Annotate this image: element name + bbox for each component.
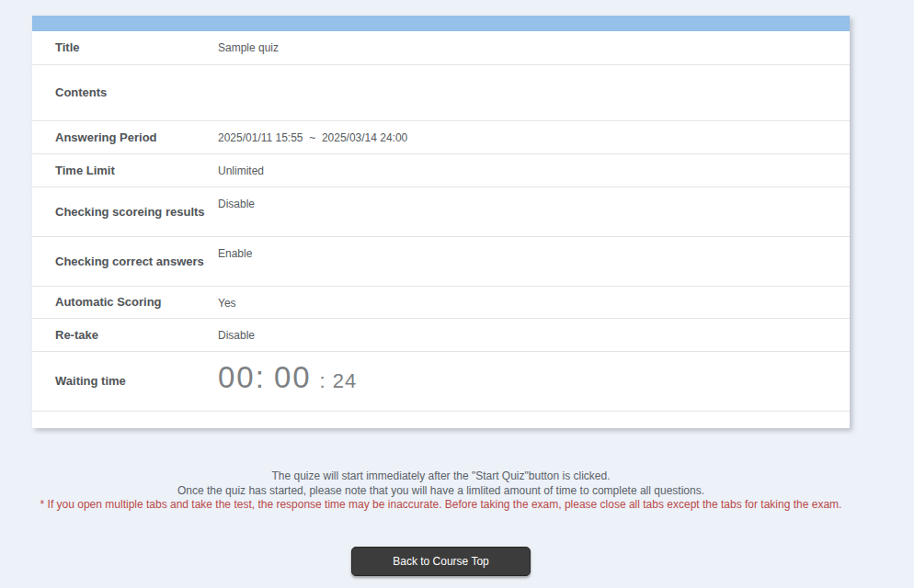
notes-section: The quize will start immediately after t…	[32, 469, 850, 513]
info-value-answering-period: 2025/01/11 15:55 ~ 2025/03/14 24:00	[218, 121, 850, 153]
back-to-course-top-button[interactable]: Back to Course Top	[351, 547, 531, 576]
info-label-checking-correct-answers: Checking correct answers	[32, 254, 218, 270]
note-line-2: Once the quiz has started, please note t…	[32, 484, 850, 499]
info-label-title: Title	[32, 40, 218, 56]
waiting-time-minutes: 00	[274, 360, 312, 394]
info-row-retake: Re-take Disable	[32, 319, 850, 352]
info-value-title: Sample quiz	[218, 31, 850, 64]
info-value-checking-scoring-results: Disable	[218, 187, 850, 236]
card-header-bar	[32, 16, 850, 31]
waiting-time-display: 00:00:24	[218, 352, 850, 411]
info-value-automatic-scoring: Yes	[218, 287, 850, 318]
info-label-automatic-scoring: Automatic Scoring	[32, 294, 218, 311]
info-row-checking-scoring-results: Checking scoreing results Disable	[32, 187, 850, 237]
card-footer-spacer	[32, 412, 850, 428]
info-row-waiting-time: Waiting time 00:00:24	[32, 352, 850, 412]
info-row-answering-period: Answering Period 2025/01/11 15:55 ~ 2025…	[32, 121, 850, 154]
info-value-time-limit: Unlimited	[218, 154, 850, 187]
waiting-time-colon-small: :	[320, 369, 326, 392]
info-row-automatic-scoring: Automatic Scoring Yes	[32, 287, 850, 319]
info-value-contents	[218, 65, 850, 120]
waiting-time-colon: :	[256, 360, 266, 394]
info-label-retake: Re-take	[32, 327, 218, 344]
info-label-contents: Contents	[32, 85, 218, 101]
actions-bar: Back to Course Top	[32, 547, 850, 576]
waiting-time-seconds: 24	[333, 369, 357, 392]
note-line-1: The quize will start immediately after t…	[32, 469, 850, 484]
info-row-title: Title Sample quiz	[32, 31, 850, 65]
info-row-contents: Contents	[32, 65, 850, 121]
info-value-checking-correct-answers: Enable	[218, 237, 850, 286]
info-label-checking-scoring-results: Checking scoreing results	[32, 204, 218, 220]
info-label-waiting-time: Waiting time	[32, 373, 218, 390]
info-label-time-limit: Time Limit	[32, 163, 218, 179]
info-value-retake: Disable	[218, 319, 850, 351]
note-warning: * If you open multiple tabs and take the…	[32, 498, 850, 513]
quiz-info-card: Title Sample quiz Contents Answering Per…	[32, 16, 850, 428]
info-label-answering-period: Answering Period	[32, 130, 218, 146]
quiz-start-page: Title Sample quiz Contents Answering Per…	[0, 0, 914, 588]
info-row-checking-correct-answers: Checking correct answers Enable	[32, 237, 850, 287]
waiting-time-hours: 00	[218, 360, 256, 394]
info-row-time-limit: Time Limit Unlimited	[32, 154, 850, 187]
